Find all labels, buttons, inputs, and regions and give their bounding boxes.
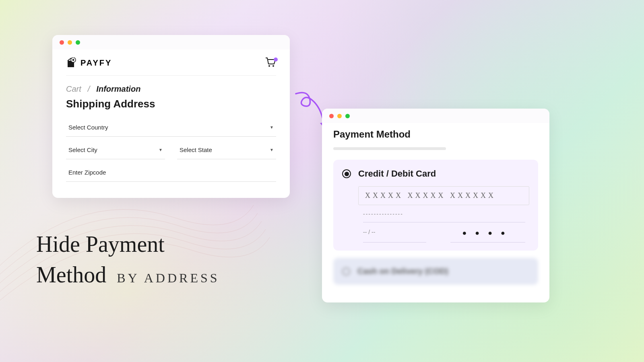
- cod-option-label: Cash on Delivery (COD): [357, 267, 448, 276]
- cod-option-hidden: Cash on Delivery (COD): [333, 258, 538, 285]
- cart-badge: [274, 58, 278, 62]
- close-dot[interactable]: [329, 114, 334, 118]
- headline-line1: Hide Payment: [36, 229, 220, 260]
- shipping-window: PAYFY Cart / Information Shipping Addres…: [52, 35, 290, 198]
- state-select[interactable]: Select State ▼: [177, 141, 276, 159]
- country-select[interactable]: Select Country ▼: [66, 118, 276, 137]
- cart-button[interactable]: [265, 57, 276, 69]
- window-chrome: [322, 109, 549, 123]
- payfy-icon: [66, 58, 77, 68]
- credit-card-option[interactable]: Credit / Debit Card XXXXX XXXXX XXXXXX -…: [333, 160, 538, 251]
- breadcrumb-cart[interactable]: Cart: [66, 84, 81, 94]
- headline-line2-sub: BY ADDRESS: [117, 271, 219, 286]
- window-chrome: [52, 35, 290, 49]
- maximize-dot[interactable]: [345, 114, 350, 118]
- chevron-down-icon: ▼: [270, 125, 274, 130]
- brand-name: PAYFY: [80, 58, 112, 68]
- chevron-down-icon: ▼: [159, 148, 163, 152]
- breadcrumb-information: Information: [96, 84, 140, 94]
- state-placeholder: Select State: [180, 146, 212, 153]
- minimize-dot[interactable]: [337, 114, 342, 118]
- breadcrumb-separator: /: [88, 84, 90, 94]
- card-name-input[interactable]: ---------------: [363, 205, 525, 222]
- brand-logo: PAYFY: [66, 58, 112, 68]
- expiry-input[interactable]: -- / --: [363, 222, 426, 243]
- cvv-input[interactable]: ● ● ● ●: [450, 222, 526, 243]
- city-placeholder: Select City: [68, 146, 97, 153]
- country-placeholder: Select Country: [68, 124, 108, 131]
- svg-point-1: [268, 65, 270, 67]
- headline: Hide Payment Method BY ADDRESS: [36, 229, 220, 290]
- radio-unselected: [342, 267, 350, 276]
- headline-line2-main: Method: [36, 260, 106, 290]
- chevron-down-icon: ▼: [270, 148, 274, 152]
- svg-point-2: [272, 65, 274, 67]
- progress-bar: [333, 147, 446, 150]
- zipcode-input[interactable]: Enter Zipcode: [66, 163, 276, 182]
- shipping-title: Shipping Address: [66, 98, 276, 110]
- payment-title: Payment Method: [333, 129, 538, 140]
- payment-window: Payment Method Credit / Debit Card XXXXX…: [322, 109, 549, 302]
- minimize-dot[interactable]: [68, 40, 72, 45]
- breadcrumb: Cart / Information: [66, 84, 276, 94]
- city-select[interactable]: Select City ▼: [66, 141, 165, 159]
- zipcode-placeholder: Enter Zipcode: [68, 169, 106, 176]
- card-option-label: Credit / Debit Card: [358, 169, 436, 179]
- card-number-input[interactable]: XXXXX XXXXX XXXXXX: [358, 186, 529, 205]
- radio-selected[interactable]: [342, 169, 351, 178]
- maximize-dot[interactable]: [76, 40, 80, 45]
- close-dot[interactable]: [60, 40, 64, 45]
